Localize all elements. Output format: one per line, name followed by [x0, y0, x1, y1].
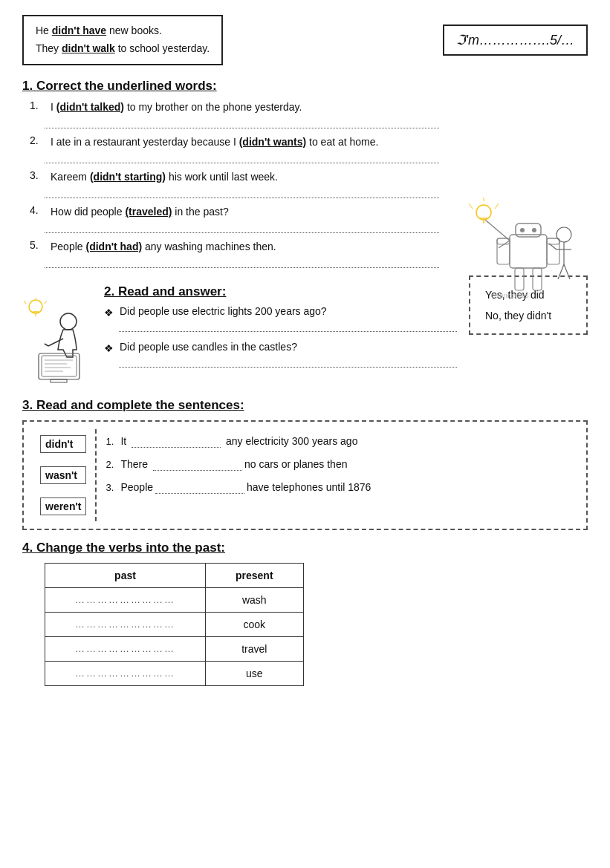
- example2-line: They didn't walk to school yesterday.: [36, 40, 210, 58]
- past-wash: ………………………: [45, 587, 206, 612]
- word-box: didn't wasn't weren't: [31, 429, 97, 521]
- past-cook: ………………………: [45, 612, 206, 636]
- svg-text:eslprintables: eslprintables: [491, 292, 529, 299]
- example2-text: They: [36, 42, 62, 54]
- verb-table: past present ……………………… wash ……………………… co…: [45, 563, 304, 686]
- section1: 1. Correct the underlined words:: [22, 79, 588, 268]
- sentences-col: 1. It any electricity 300 years ago 2. T…: [97, 429, 579, 521]
- exercise-item-2: 2. I ate in a restaurant yesterday becau…: [22, 134, 461, 150]
- col-past-header: past: [45, 563, 206, 587]
- section1-items: 1. I (didn't talked) to my brother on th…: [22, 99, 461, 268]
- svg-line-29: [45, 301, 47, 304]
- sentence-1: 1. It any electricity 300 years ago: [106, 435, 570, 448]
- exercise-item-1: 1. I (didn't talked) to my brother on th…: [22, 99, 461, 115]
- robot-image: eslprintables: [469, 198, 588, 301]
- table-header-row: past present: [45, 563, 304, 587]
- svg-point-3: [532, 228, 536, 232]
- svg-point-2: [520, 228, 525, 232]
- example1-bold: didn't have: [52, 25, 106, 36]
- past-use: ………………………: [45, 661, 206, 685]
- sentence-2: 2. There no cars or planes then: [106, 458, 570, 471]
- svg-rect-9: [533, 268, 542, 290]
- example1-rest: new books.: [106, 25, 162, 36]
- col-present-header: present: [206, 563, 304, 587]
- svg-line-22: [495, 203, 499, 209]
- word-werent: weren't: [40, 497, 86, 515]
- svg-line-21: [469, 203, 473, 209]
- header: He didn't have new books. They didn't wa…: [22, 15, 588, 65]
- svg-point-18: [476, 205, 491, 220]
- present-travel: travel: [206, 636, 304, 661]
- svg-line-33: [45, 344, 48, 346]
- table-row: ……………………… cook: [45, 612, 304, 636]
- present-use: use: [206, 661, 304, 685]
- svg-line-28: [24, 301, 26, 304]
- answer-line-4: [45, 223, 439, 233]
- word-wasnt: wasn't: [40, 466, 86, 484]
- exercise-item-3: 3. Kareem (didn't starting) his work unt…: [22, 169, 461, 185]
- svg-line-32: [48, 339, 63, 346]
- example2-rest: to school yesterday.: [115, 42, 210, 54]
- svg-line-14: [564, 264, 570, 279]
- svg-rect-0: [510, 235, 547, 268]
- question-2-text: Did people use candles in the castles?: [120, 341, 297, 353]
- section4-title: 4. Change the verbs into the past:: [22, 541, 588, 555]
- section3-title: 3. Read and complete the sentences:: [22, 398, 588, 413]
- svg-point-31: [60, 313, 77, 330]
- svg-rect-8: [515, 268, 524, 290]
- answer-no: No, they didn't: [485, 305, 571, 326]
- example-box: He didn't have new books. They didn't wa…: [22, 15, 223, 65]
- question-1-text: Did people use electric lights 200 years…: [120, 305, 327, 317]
- exercise-item-5: 5. People (didn't had) any washing machi…: [22, 239, 461, 255]
- section3-content: didn't wasn't weren't 1. It any electric…: [22, 420, 588, 530]
- section4: 4. Change the verbs into the past: past …: [22, 541, 588, 686]
- section2-questions: 2. Read and answer: ❖ Did people use ele…: [104, 275, 457, 376]
- example2-bold: didn't walk: [62, 42, 115, 54]
- section3: 3. Read and complete the sentences: didn…: [22, 398, 588, 530]
- svg-rect-36: [51, 379, 67, 382]
- past-travel: ………………………: [45, 636, 206, 661]
- table-row: ……………………… use: [45, 661, 304, 685]
- answer-line-1: [45, 118, 439, 128]
- diamond-1: ❖: [104, 307, 114, 319]
- diamond-2: ❖: [104, 342, 114, 354]
- exercise-item-4: 4. How did people (traveled) in the past…: [22, 204, 461, 220]
- example1-text: He: [36, 25, 52, 36]
- score-box: ℑ'm…………….5/…: [443, 25, 588, 56]
- svg-rect-35: [42, 356, 77, 376]
- section1-title: 1. Correct the underlined words:: [22, 79, 588, 94]
- svg-line-16: [485, 220, 510, 241]
- answer-line-3: [45, 188, 439, 198]
- answer-line-5: [45, 258, 439, 268]
- example1-line: He didn't have new books.: [36, 22, 210, 40]
- present-wash: wash: [206, 587, 304, 612]
- table-row: ……………………… travel: [45, 636, 304, 661]
- answer-line-2: [45, 153, 439, 163]
- word-didnt: didn't: [40, 435, 86, 453]
- svg-point-10: [557, 227, 571, 242]
- score-text: ℑ'm…………….5/…: [456, 33, 574, 48]
- section2-title: 2. Read and answer:: [104, 284, 457, 299]
- present-cook: cook: [206, 612, 304, 636]
- svg-rect-7: [547, 238, 559, 264]
- question-1: ❖ Did people use electric lights 200 yea…: [104, 305, 457, 319]
- question-2: ❖ Did people use candles in the castles?: [104, 341, 457, 354]
- q1-answer-line: [119, 322, 457, 332]
- svg-line-13: [558, 264, 564, 279]
- table-row: ……………………… wash: [45, 587, 304, 612]
- q2-answer-line: [119, 357, 457, 368]
- section2-left: 2. Read and answer: ❖ Did people use ele…: [22, 275, 457, 389]
- thinking-person: [22, 275, 97, 389]
- sentence-3: 3. People have telephones until 1876: [106, 481, 570, 494]
